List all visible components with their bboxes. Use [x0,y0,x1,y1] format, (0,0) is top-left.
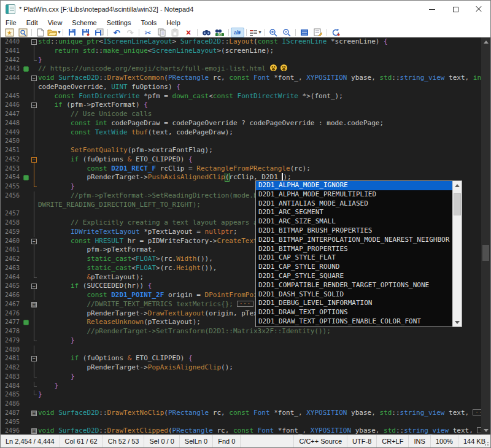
line-number[interactable]: 2480 [1,346,23,355]
toolbar-find-button[interactable] [199,28,213,37]
fold-margin[interactable]: + [30,409,38,418]
line-number[interactable]: 2467 [1,300,23,309]
marker-margin[interactable] [23,300,30,309]
resize-grip[interactable] [483,440,489,446]
line-number[interactable]: 2484 [1,382,23,391]
marker-margin[interactable] [23,228,30,237]
fold-ellipsis-icon[interactable]: ··· [473,409,481,415]
marker-margin[interactable] [23,427,30,434]
fold-margin[interactable] [30,110,38,119]
fold-margin[interactable] [30,228,38,237]
marker-margin[interactable] [23,128,30,137]
line-number[interactable]: 2443 [1,64,23,74]
autocomplete-item[interactable]: D2D1_ALPHA_MODE_IGNORE [256,181,452,190]
line-number[interactable]: 2447 [1,110,23,119]
fold-open-icon[interactable]: − [31,239,37,244]
line-number[interactable]: 2495 [1,418,23,427]
autocomplete-scrollbar[interactable] [452,181,462,326]
marker-margin[interactable] [23,373,30,382]
fold-ellipsis-icon[interactable]: ··· [477,427,481,433]
line-number[interactable]: 2445 [1,92,23,101]
toolbar-copy-button[interactable] [155,28,168,37]
line-number[interactable]: 2463 [1,264,23,273]
marker-margin[interactable] [23,92,30,101]
fold-margin[interactable]: − [30,354,38,363]
fold-margin[interactable] [30,318,38,327]
marker-margin[interactable] [23,137,30,146]
fold-closed-icon[interactable]: + [31,428,37,434]
fold-margin[interactable] [30,191,38,201]
toolbar-word-wrap-button[interactable]: ab [231,28,244,37]
line-number[interactable]: 2458 [1,218,23,228]
fold-margin[interactable] [30,382,38,391]
line-number[interactable]: 2450 [1,137,23,146]
line-number[interactable]: 2453 [1,164,23,174]
popup-scrollbar-thumb[interactable] [454,193,461,215]
fold-margin[interactable] [30,182,38,191]
fold-margin[interactable] [30,327,38,336]
autocomplete-item[interactable]: D2D1_CAP_STYLE_ROUND [256,263,452,272]
autocomplete-item[interactable]: D2D1_BITMAP_BRUSH_PROPERTIES [256,226,452,236]
marker-margin[interactable] [23,309,30,319]
toolbar-open-file-button[interactable]: ▾ [47,28,61,37]
marker-margin[interactable] [23,56,30,65]
marker-margin[interactable] [23,264,30,273]
menu-edit[interactable]: Edit [21,18,43,27]
autocomplete-item[interactable]: D2D1_DRAW_TEXT_OPTIONS_ENABLE_COLOR_FONT [256,317,452,326]
fold-open-icon[interactable]: − [31,157,37,163]
fold-open-icon[interactable]: − [31,75,37,81]
fold-margin[interactable]: + [30,300,38,309]
fold-margin[interactable] [30,390,38,400]
toolbar-paste-button[interactable] [168,28,182,37]
menu-file[interactable]: File [1,18,21,27]
line-number[interactable]: 2452 [1,155,23,164]
line-number[interactable]: 2454 [1,173,23,182]
line-number[interactable]: 2444 [1,74,23,83]
marker-margin[interactable] [23,74,30,83]
toolbar-modify-lines-button[interactable] [311,28,325,37]
marker-margin[interactable] [23,201,30,210]
marker-margin[interactable] [23,83,30,92]
toolbar-reload-button[interactable] [329,28,342,37]
line-number[interactable]: 2482 [1,363,23,373]
marker-margin[interactable] [23,282,30,291]
fold-ellipsis-icon[interactable]: ··· [237,301,253,307]
toolbar-undo-button[interactable]: ↶ [110,28,123,37]
fold-open-icon[interactable]: − [31,102,37,108]
fold-margin[interactable] [30,173,38,182]
toolbar-schemes-button[interactable]: ▾ [249,28,262,37]
toolbar-zoom-in-button[interactable] [266,28,280,37]
autocomplete-item[interactable]: D2D1_BITMAP_INTERPOLATION_MODE_NEAREST_N… [256,236,452,245]
fold-open-icon[interactable]: − [31,284,37,289]
fold-margin[interactable] [30,363,38,373]
marker-margin[interactable] [23,209,30,218]
fold-margin[interactable] [30,291,38,300]
fold-open-icon[interactable]: − [31,356,37,361]
line-number[interactable]: 2483 [1,373,23,382]
menu-help[interactable]: Help [161,18,185,27]
toolbar-favorites-button[interactable]: ★ [2,28,16,37]
fold-margin[interactable] [30,201,38,210]
fold-margin[interactable] [30,164,38,174]
fold-closed-icon[interactable]: + [31,302,37,307]
marker-margin[interactable] [23,255,30,264]
fold-margin[interactable] [30,146,38,155]
fold-margin[interactable] [30,128,38,137]
close-button[interactable] [467,1,490,18]
fold-margin[interactable] [30,418,38,427]
status-insert-mode[interactable]: INS [408,435,430,447]
scroll-up-icon[interactable] [481,37,490,46]
toolbar-new-file-button[interactable] [34,28,47,37]
menu-tools[interactable]: Tools [136,18,161,27]
line-number[interactable] [1,83,23,92]
maximize-button[interactable] [444,1,467,18]
fold-margin[interactable] [30,56,38,65]
line-number[interactable]: 2441 [1,47,23,56]
line-number[interactable]: 2481 [1,354,23,363]
marker-margin[interactable] [23,110,30,119]
status-scheme[interactable]: C/C++ Source [293,435,347,447]
fold-margin[interactable]: − [30,101,38,110]
marker-margin[interactable] [23,346,30,355]
editor-scrollbar[interactable] [481,37,490,434]
fold-margin[interactable] [30,336,38,346]
